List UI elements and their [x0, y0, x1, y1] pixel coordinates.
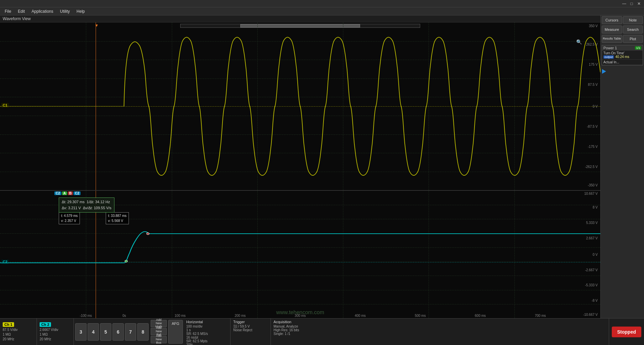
ch2-vdiv: 2.6667 V/div [40, 328, 71, 332]
note-button[interactable]: Note [623, 16, 643, 24]
menu-utility[interactable]: Utility [57, 8, 73, 14]
horiz-title: Horizontal [186, 320, 228, 324]
ch1-bw: 20 MHz [3, 337, 34, 342]
tooltip-delta-v: Δv: 3.211 V Δv/Δt: 109.55 V/s [62, 205, 111, 211]
menu-applications[interactable]: Applications [28, 8, 57, 14]
tooltip-delta-t: Δt: 29.307 ms 1/Δt: 34.12 Hz [62, 199, 111, 205]
add-buttons-group: Add New Math Add New Ref Add New Bus [150, 319, 167, 345]
waveform-area: Waveform View ▼ [0, 15, 600, 318]
ch7-button[interactable]: 7 [125, 323, 136, 341]
ch1-view[interactable]: ▼ 350 V 262.5 V 175 [0, 22, 600, 191]
right-panel: Cursors Note Measure Search Results Tabl… [600, 15, 644, 318]
acq-mode: Manual, Analyze [274, 325, 606, 328]
ch1-tag[interactable]: Ch 1 [3, 322, 14, 327]
stopped-button[interactable]: Stopped [612, 327, 641, 337]
svg-point-4 [147, 233, 149, 235]
content-area: Waveform View ▼ [0, 15, 644, 318]
ch2-info-header: Ch 2 [40, 322, 71, 327]
waveform-title: Waveform View [0, 15, 600, 22]
actual-in-item[interactable]: Actual In... [602, 60, 643, 65]
horizontal-section: Horizontal 100 ms/div 1 s SR: 62.5 MS/s … [184, 319, 231, 345]
results-plot-row: Results Table Plot [601, 34, 644, 44]
acq-high-res: High Res: 16 bits [274, 328, 606, 332]
horiz-tsdiv: 100 ms/div [186, 325, 228, 328]
search-button[interactable]: Search [623, 25, 643, 34]
trigger-section: Trigger ⬛ / 59.5 V Noise Reject [231, 319, 271, 345]
trigger-ch: ⬛ / 59.5 V [233, 325, 268, 328]
results-table-button[interactable]: Results Table [602, 35, 622, 43]
turn-on-time-value: output 40.24 ms [603, 55, 641, 59]
output-value: 40.24 ms [615, 55, 629, 59]
add-bus-button[interactable]: Add New Bus [151, 336, 167, 343]
menu-file[interactable]: File [1, 8, 14, 14]
tooltip-box: Δt: 29.307 ms 1/Δt: 34.12 Hz Δv: 3.211 V… [59, 197, 114, 213]
horiz-pct: 20% [186, 343, 228, 345]
title-bar: — □ ✕ [0, 0, 644, 7]
ch2-view[interactable]: 10.667 V 8 V 5.333 V 2.667 V 0 V -2.667 … [0, 191, 600, 318]
maximize-button[interactable]: □ [628, 0, 635, 7]
horiz-ns: 16 ns/pt [186, 336, 228, 339]
output-badge: output [603, 55, 614, 59]
cursors-note-row: Cursors Note [601, 15, 644, 25]
menu-edit[interactable]: Edit [14, 8, 28, 14]
bottom-bar: Ch 1 87.5 V/div 1 MΩ 20 MHz Ch 2 2.6667 … [0, 318, 644, 345]
ch8-button[interactable]: 8 [137, 323, 149, 341]
horiz-mpts: SR: 62.5 Mpts [186, 339, 228, 343]
horiz-delay: 1 s [186, 328, 228, 332]
horiz-sr: SR: 62.5 MS/s [186, 332, 228, 336]
ch1-waveform-svg [0, 22, 600, 190]
measure-search-row: Measure Search [601, 25, 644, 34]
turn-on-time-item[interactable]: Turn On Time' output 40.24 ms [602, 51, 643, 60]
main-content: Waveform View ▼ [0, 15, 644, 345]
ch5-button[interactable]: 5 [100, 323, 111, 341]
close-button[interactable]: ✕ [635, 0, 643, 7]
plot-button[interactable]: Plot [623, 35, 643, 43]
acq-title: Acquisition [274, 320, 606, 324]
turn-on-time-label: Turn On Time' [603, 51, 641, 55]
ch4-button[interactable]: 4 [88, 323, 99, 341]
trigger-noise: Noise Reject [233, 328, 268, 332]
power1-title: Power 1 [603, 46, 617, 50]
ch1-coupling: 1 MΩ [3, 332, 34, 337]
menu-help[interactable]: Help [73, 8, 88, 14]
ch1-info: Ch 1 87.5 V/div 1 MΩ 20 MHz [0, 319, 37, 345]
acq-single: Single: 1 /1 [274, 332, 606, 336]
power-panel: Power 1 1/1 Turn On Time' output 40.24 m… [602, 45, 643, 65]
arrow-right-icon [602, 69, 606, 74]
acquisition-section: Acquisition Manual, Analyze High Res: 16… [271, 319, 609, 345]
channel-num-buttons: 3 4 5 6 7 8 [74, 319, 150, 345]
ch6-button[interactable]: 6 [112, 323, 124, 341]
power-panel-header: Power 1 1/1 [602, 45, 643, 51]
cursors-button[interactable]: Cursors [602, 16, 622, 24]
minimize-button[interactable]: — [621, 0, 628, 7]
ch2-coupling: 1 MΩ [40, 332, 71, 337]
trigger-title: Trigger [233, 320, 268, 324]
ch2-info: Ch 2 2.6667 V/div 1 MΩ 20 MHz [37, 319, 74, 345]
afg-button[interactable]: AFG [168, 320, 183, 344]
ch2-tag[interactable]: Ch 2 [40, 322, 51, 327]
ch3-button[interactable]: 3 [75, 323, 87, 341]
ch1-info-header: Ch 1 [3, 322, 34, 327]
ch1-vdiv: 87.5 V/div [3, 328, 34, 332]
measure-button[interactable]: Measure [602, 25, 622, 34]
ch2-bw: 20 MHz [40, 337, 71, 342]
svg-point-3 [125, 260, 128, 262]
menu-bar: File Edit Applications Utility Help [0, 7, 644, 15]
power1-badge: 1/1 [635, 46, 641, 50]
